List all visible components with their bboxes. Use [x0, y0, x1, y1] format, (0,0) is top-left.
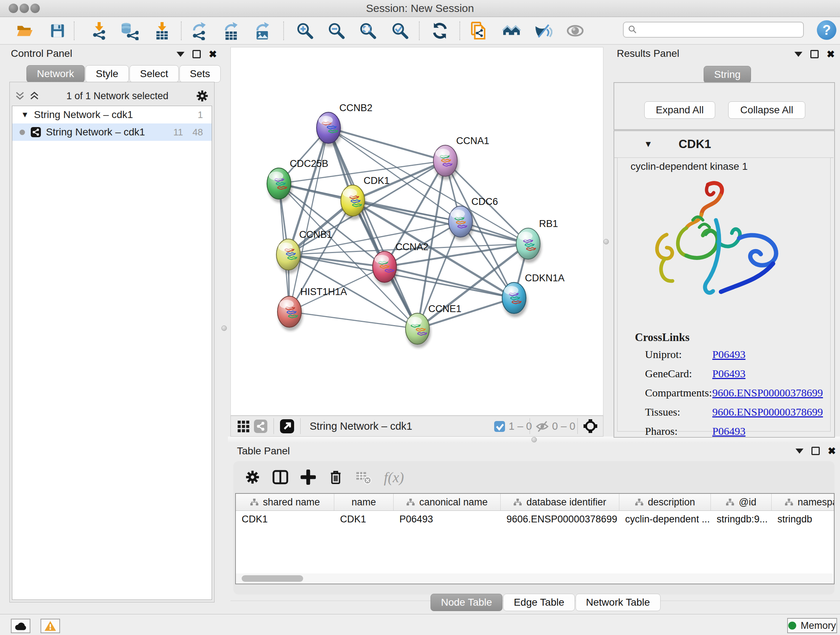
tab-select[interactable]: Select [129, 65, 179, 82]
collection-count: 1 [198, 109, 203, 120]
column-header-namespace[interactable]: namespace [772, 494, 835, 510]
table-float-icon[interactable] [812, 447, 820, 455]
warnings-button[interactable] [41, 619, 60, 633]
delete-table-icon [355, 470, 371, 485]
network-node-ccnb2[interactable]: CCNB2 [317, 103, 373, 147]
tab-network-table[interactable]: Network Table [576, 594, 660, 611]
node-label: CCNB1 [299, 229, 332, 240]
tab-edge-table[interactable]: Edge Table [503, 594, 575, 611]
expand-all-button[interactable]: Expand All [644, 101, 715, 119]
crosslink-link[interactable]: 9606.ENSP00000378699 [712, 386, 823, 399]
tab-string[interactable]: String [704, 66, 751, 83]
column-header--id[interactable]: @id [711, 494, 772, 510]
zoom-fit-icon[interactable] [356, 21, 379, 41]
table-row[interactable]: CDK1CDK1P064939606.ENSP00000378699cyclin… [236, 511, 834, 527]
cdk1-result-header[interactable]: ▼ CDK1 [614, 130, 834, 158]
crosslink-link[interactable]: P06493 [712, 367, 745, 380]
table-close-icon[interactable]: ✖ [828, 448, 836, 455]
crosslink-link[interactable]: P06493 [712, 425, 745, 437]
results-close-icon[interactable]: ✖ [827, 51, 835, 58]
tab-network[interactable]: Network [27, 65, 85, 82]
node-table[interactable]: shared namename canonical name database … [235, 493, 835, 584]
network-canvas[interactable]: CCNB2CCNA1CDC25BCDK1CDC6RB1CCNB1CCNA2CDK… [231, 47, 603, 416]
birds-eye-toggle-icon[interactable] [583, 419, 598, 433]
collapse-all-button[interactable]: Collapse All [728, 101, 805, 119]
selected-checkbox-icon[interactable] [494, 421, 505, 432]
network-node-rb1[interactable]: RB1 [516, 218, 558, 263]
tab-sets[interactable]: Sets [180, 65, 221, 82]
open-session-icon[interactable] [13, 21, 36, 41]
results-menu-icon[interactable] [794, 52, 802, 57]
expand-all-icon[interactable] [30, 92, 39, 100]
right-splitter-handle-icon[interactable] [603, 239, 609, 244]
crosslink-label: GeneCard: [645, 367, 712, 380]
column-namespace-icon [726, 498, 734, 506]
open-in-new-window-icon[interactable] [280, 419, 294, 433]
tab-style[interactable]: Style [85, 65, 129, 82]
share-document-icon[interactable] [468, 21, 491, 41]
panel-menu-icon[interactable] [177, 52, 185, 57]
home-icon[interactable] [500, 21, 523, 41]
column-header-shared-name[interactable]: shared name [236, 494, 334, 510]
delete-column-icon[interactable] [328, 469, 343, 485]
network-node-ccne1[interactable]: CCNE1 [406, 303, 462, 348]
column-header-database-identifier[interactable]: database identifier [501, 494, 619, 510]
save-session-icon[interactable] [46, 21, 69, 41]
tab-node-table[interactable]: Node Table [431, 594, 502, 611]
network-edge[interactable] [289, 312, 417, 329]
crosslink-link[interactable]: 9606.ENSP00000378699 [712, 406, 823, 418]
column-header-canonical-name[interactable]: canonical name [393, 494, 501, 510]
network-graph[interactable]: CCNB2CCNA1CDC25BCDK1CDC6RB1CCNB1CCNA2CDK… [231, 48, 603, 415]
network-node-cdk1[interactable]: CDK1 [341, 175, 390, 220]
memory-button[interactable]: Memory [787, 618, 837, 633]
column-header-name[interactable]: name [334, 494, 393, 510]
zoom-selected-icon[interactable] [388, 21, 412, 41]
import-table-icon[interactable] [150, 21, 174, 41]
table-horizontal-scrollbar[interactable] [236, 573, 833, 584]
network-row-selected[interactable]: String Network – cdk1 11 48 [12, 124, 212, 141]
add-column-icon[interactable] [301, 470, 316, 485]
zoom-in-icon[interactable] [294, 21, 317, 41]
search-box[interactable] [623, 22, 804, 38]
import-database-icon[interactable] [118, 21, 141, 41]
network-edge[interactable] [328, 128, 528, 244]
network-edge[interactable] [328, 128, 445, 161]
results-float-icon[interactable] [810, 50, 819, 58]
selection-status-text: 1 of 1 Network selected [39, 90, 196, 102]
network-edge[interactable] [289, 128, 328, 312]
cdk1-expander-icon[interactable]: ▼ [644, 139, 653, 149]
import-network-icon[interactable] [88, 21, 111, 41]
left-splitter-handle-icon[interactable] [221, 325, 227, 331]
collection-expander-icon[interactable]: ▼ [21, 110, 29, 119]
export-image-icon[interactable] [251, 21, 275, 41]
cloud-button[interactable] [11, 619, 30, 633]
crosslink-link[interactable]: P06493 [712, 348, 745, 361]
collapse-all-icon[interactable] [15, 92, 25, 100]
show-columns-icon[interactable] [272, 470, 288, 485]
crosslink-label: Uniprot: [645, 348, 712, 361]
refresh-icon[interactable] [428, 21, 452, 41]
table-menu-icon[interactable] [796, 448, 804, 454]
export-network-icon[interactable] [188, 21, 211, 41]
network-node-ccna1[interactable]: CCNA1 [433, 135, 489, 180]
grid-view-icon[interactable] [237, 420, 249, 432]
network-options-gear-icon[interactable] [196, 89, 209, 103]
splitter-handle-icon[interactable] [531, 437, 537, 442]
network-collection-row[interactable]: ▼ String Network – cdk1 1 [12, 106, 212, 124]
warning-icon [44, 621, 57, 631]
help-icon[interactable]: ? [817, 20, 836, 40]
column-namespace-icon [250, 498, 259, 506]
inspector-eye-icon[interactable] [564, 21, 587, 41]
node-label: HIST1H1A [300, 287, 347, 297]
network-edge[interactable] [328, 128, 417, 329]
panel-float-icon[interactable] [193, 50, 201, 58]
network-node-cdkn1a[interactable]: CDKN1A [502, 272, 565, 317]
export-table-icon[interactable] [220, 21, 243, 41]
scrollbar-thumb[interactable] [242, 575, 303, 582]
zoom-out-icon[interactable] [325, 21, 348, 41]
search-input[interactable] [638, 24, 803, 36]
panel-close-icon[interactable]: ✖ [209, 51, 217, 58]
column-header-description[interactable]: description [619, 494, 711, 510]
hide-glasses-icon[interactable] [531, 21, 554, 41]
table-options-gear-icon[interactable] [245, 470, 260, 485]
